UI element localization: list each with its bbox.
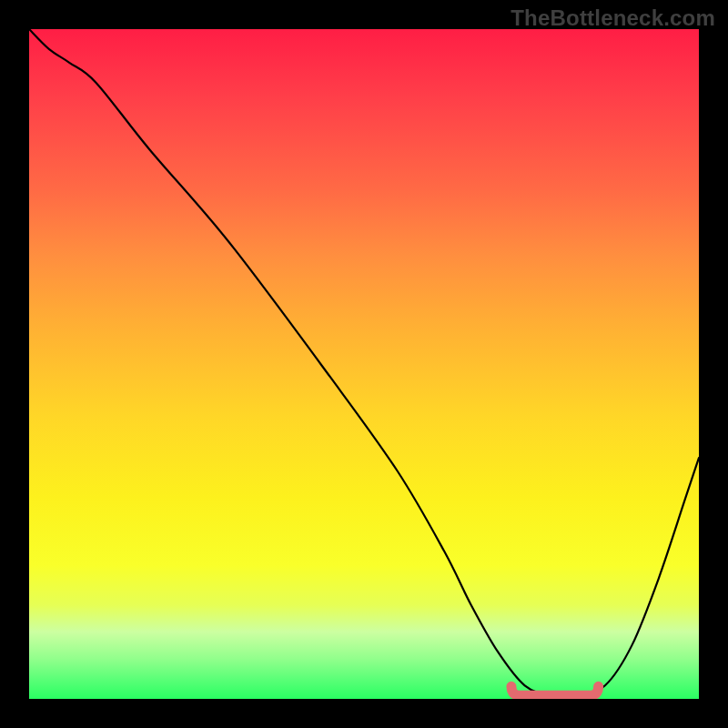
chart-frame: TheBottleneck.com xyxy=(0,0,728,728)
optimal-range-marker xyxy=(29,29,699,699)
watermark-text: TheBottleneck.com xyxy=(511,5,715,31)
plot-area xyxy=(29,29,699,699)
